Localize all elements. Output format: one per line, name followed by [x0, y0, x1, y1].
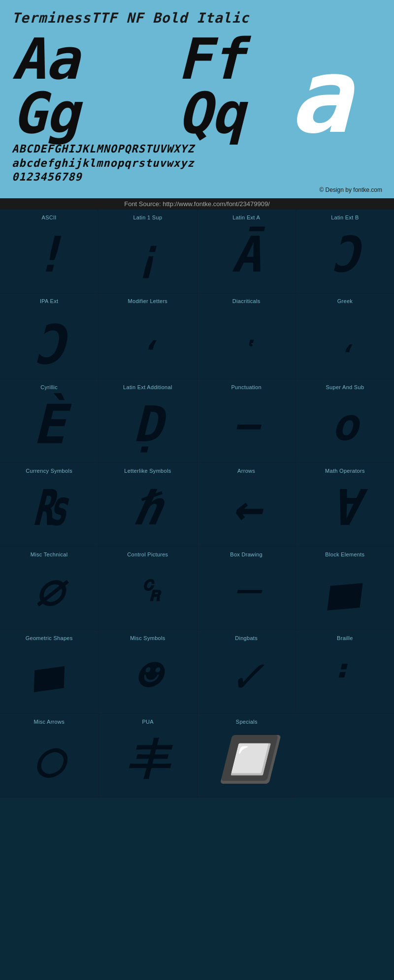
cell-label-specials: Specials [236, 719, 258, 725]
glyph-misc-symbols: ☻ [100, 645, 195, 706]
grid-row-5: Misc Technical ⌀ Control Pictures ␍ Box … [0, 547, 394, 630]
glyph-dingbats: ✓ [199, 645, 294, 706]
glyph-misc-arrows: ○ [2, 729, 97, 790]
cell-label-block-elements: Block Elements [325, 551, 364, 557]
cell-latin-ext-a: Latin Ext A Ā [197, 210, 296, 293]
glyph-ipa-ext: Ɔ [2, 318, 96, 372]
cell-label-braille: Braille [337, 635, 353, 641]
cell-label-misc-arrows: Misc Arrows [33, 719, 65, 725]
glyph-math-ops: ∀ [298, 478, 392, 539]
cell-greek: Greek ʻ [296, 293, 394, 379]
cell-label-diacrit: Diacriticals [232, 298, 261, 304]
cell-label-latin-ext-b: Latin Ext B [331, 214, 359, 220]
cell-diacrit: Diacriticals ʽ [197, 293, 296, 379]
cell-label-currency: Currency Symbols [26, 468, 72, 474]
font-source: Font Source: http://www.fontke.com/font/… [0, 198, 394, 210]
digits: 0123456789 [12, 170, 382, 184]
grid-row-1: ASCII ! Latin 1 Sup ¡ Latin Ext A Ā Lati… [0, 210, 394, 293]
alphabet-lower: abcdefghijklmnopqrstuvwxyz [12, 156, 382, 171]
copyright: © Design by fontke.com [12, 186, 382, 193]
cell-ipa-ext: IPA Ext Ɔ [0, 293, 98, 379]
glyph-cyrillic: È [2, 394, 96, 456]
cell-control-pics: Control Pictures ␍ [98, 547, 197, 630]
cell-math-ops: Math Operators ∀ [296, 463, 394, 547]
grid-row-3: Cyrillic È Latin Ext Additional Ḍ Punctu… [0, 379, 394, 463]
cell-label-letterlike: Letterlike Symbols [124, 468, 171, 474]
glyph-diacrit: ʽ [199, 308, 294, 372]
big-chars-row2: Gg Qq [12, 85, 244, 142]
cell-label-ipa-ext: IPA Ext [40, 298, 58, 304]
cell-block-elements: Block Elements [296, 547, 394, 630]
grid-row-4: Currency Symbols ₨ Letterlike Symbols ℏ … [0, 463, 394, 547]
glyph-box-drawing: ─ [199, 561, 294, 623]
cell-latin1sup: Latin 1 Sup ¡ [98, 210, 197, 293]
glyph-specials: 🔲 [199, 729, 294, 790]
cell-geo-shapes: Geometric Shapes [0, 630, 98, 714]
cell-misc-symbols: Misc Symbols ☻ [98, 630, 197, 714]
cell-specials: Specials 🔲 [197, 714, 296, 797]
cell-latin-ext-add: Latin Ext Additional Ḍ [98, 379, 197, 463]
cell-punctuation: Punctuation — [197, 379, 296, 463]
cell-label-misc-symbols: Misc Symbols [130, 635, 165, 641]
cell-label-latin1sup: Latin 1 Sup [133, 214, 162, 220]
grid-row-6: Geometric Shapes Misc Symbols ☻ Dingbats… [0, 630, 394, 714]
cell-pua: PUA 丰 [99, 714, 198, 797]
cell-label-pua: PUA [142, 719, 154, 725]
cell-ascii: ASCII ! [0, 210, 98, 293]
cell-label-math-ops: Math Operators [325, 468, 365, 474]
cell-misc-tech: Misc Technical ⌀ [0, 547, 98, 630]
glyph-ascii: ! [2, 224, 96, 286]
cell-currency: Currency Symbols ₨ [0, 463, 98, 547]
glyph-latin1sup: ¡ [100, 224, 195, 286]
glyph-misc-tech: ⌀ [2, 561, 96, 623]
cell-label-misc-tech: Misc Technical [31, 551, 68, 557]
cell-super-sub: Super And Sub o [296, 379, 394, 463]
grid-row-2: IPA Ext Ɔ Modifier Letters ʻ Diacritical… [0, 293, 394, 379]
cell-label-dingbats: Dingbats [235, 635, 258, 641]
cell-dingbats: Dingbats ✓ [197, 630, 296, 714]
cell-arrows: Arrows ← [197, 463, 296, 547]
cell-braille: Braille ⠆ [296, 630, 394, 714]
glyph-geo-shapes [2, 645, 96, 706]
cell-label-modifier: Modifier Letters [128, 298, 168, 304]
grid-row-7: Misc Arrows ○ PUA 丰 Specials 🔲 [0, 714, 394, 797]
glyph-arrows: ← [199, 478, 294, 539]
glyph-super-sub: o [298, 394, 392, 456]
cell-label-cyrillic: Cyrillic [40, 384, 58, 390]
cell-label-greek: Greek [337, 298, 353, 304]
cell-label-latin-ext-a: Latin Ext A [232, 214, 260, 220]
glyph-latin-ext-a: Ā [199, 224, 294, 286]
glyph-latin-ext-b: Ɔ [298, 224, 392, 286]
glyph-latin-ext-add: Ḍ [100, 394, 195, 456]
cell-label-geo-shapes: Geometric Shapes [26, 635, 73, 641]
cell-label-box-drawing: Box Drawing [230, 551, 263, 557]
cell-modifier: Modifier Letters ʻ [98, 293, 197, 379]
preview-area: TerminessTTF NF Bold Italic Aa Ff Gg Qq … [0, 0, 394, 198]
white-a-display: a [284, 36, 375, 144]
cell-label-punctuation: Punctuation [231, 384, 261, 390]
glyph-modifier: ʻ [100, 308, 195, 372]
glyph-pua: 丰 [101, 729, 196, 790]
cell-misc-arrows: Misc Arrows ○ [0, 714, 99, 797]
glyph-control-pics: ␍ [100, 561, 195, 623]
big-chars-row1: Aa Ff [12, 31, 244, 88]
cell-label-latin-ext-add: Latin Ext Additional [123, 384, 172, 390]
cell-label-ascii: ASCII [42, 214, 57, 220]
glyph-punctuation: — [199, 394, 294, 456]
glyph-greek: ʻ [298, 308, 392, 372]
cell-label-arrows: Arrows [237, 468, 255, 474]
cell-letterlike: Letterlike Symbols ℏ [98, 463, 197, 547]
glyph-braille: ⠆ [298, 645, 392, 706]
cell-box-drawing: Box Drawing ─ [197, 547, 296, 630]
font-title: TerminessTTF NF Bold Italic [12, 10, 382, 26]
cell-latin-ext-b: Latin Ext B Ɔ [296, 210, 394, 293]
alphabet-section: ABCDEFGHIJKLMNOPQRSTUVWXYZ abcdefghijklm… [12, 142, 382, 184]
glyph-letterlike: ℏ [100, 478, 195, 539]
cell-label-super-sub: Super And Sub [326, 384, 364, 390]
cell-label-control-pics: Control Pictures [127, 551, 168, 557]
svg-text:a: a [289, 36, 357, 142]
cell-cyrillic: Cyrillic È [0, 379, 98, 463]
glyph-block-elements [298, 561, 392, 623]
grid-area: ASCII ! Latin 1 Sup ¡ Latin Ext A Ā Lati… [0, 210, 394, 797]
glyph-currency: ₨ [2, 478, 96, 539]
